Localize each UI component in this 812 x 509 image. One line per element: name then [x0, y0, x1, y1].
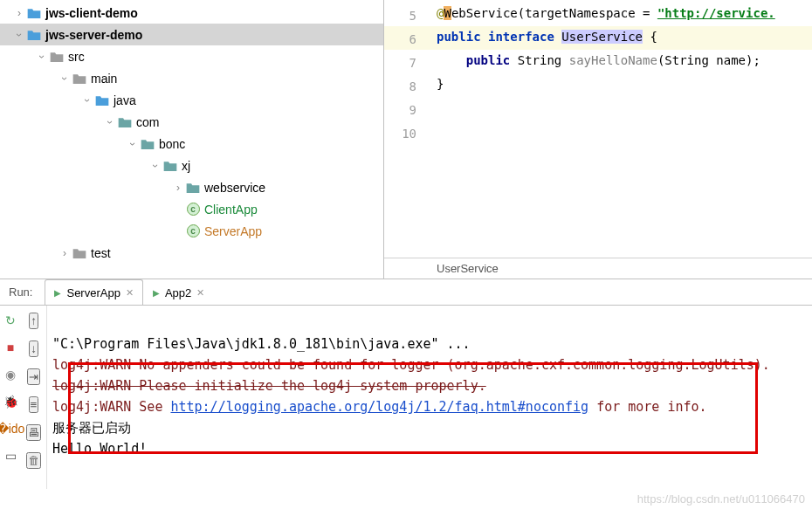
- tree-item-xj[interactable]: › xj: [0, 155, 383, 176]
- chevron-down-icon: ›: [58, 72, 71, 86]
- play-icon: ▶: [54, 288, 61, 298]
- tree-item-bonc[interactable]: › bonc: [0, 133, 383, 155]
- folder-icon: [26, 6, 42, 20]
- annotation-box: [68, 362, 758, 454]
- line-number: 10: [384, 120, 432, 144]
- tree-label: ServerApp: [204, 224, 262, 238]
- code-editor[interactable]: 5@WebService(targetNamespace = "http://s…: [384, 0, 812, 279]
- package-icon: [117, 115, 133, 129]
- play-icon: ▶: [153, 288, 160, 298]
- package-icon: [140, 137, 155, 151]
- tree-label: jws-client-demo: [45, 6, 138, 20]
- run-tab-app2[interactable]: ▶ App2 ✕: [143, 279, 214, 305]
- run-toolbar-right: ↑ ↓ ⇥ ≡ 🖶 🗑: [21, 306, 47, 489]
- debug-button[interactable]: 🐞: [3, 394, 18, 409]
- package-icon: [185, 181, 201, 195]
- tree-label: java: [114, 93, 136, 107]
- chevron-right-icon: ›: [12, 7, 26, 19]
- tree-item-clientapp[interactable]: c ClientApp: [0, 198, 383, 220]
- wrap-button[interactable]: ⇥: [27, 368, 40, 385]
- tree-label: test: [91, 246, 111, 260]
- tree-item-jws-client[interactable]: › jws-client-demo: [0, 2, 383, 24]
- close-icon[interactable]: ✕: [196, 287, 204, 299]
- dump-button[interactable]: ◉: [3, 367, 18, 382]
- tree-item-java[interactable]: › java: [0, 89, 383, 111]
- chevron-down-icon: ›: [13, 28, 25, 42]
- run-tool-header: Run: ▶ ServerApp ✕ ▶ App2 ✕: [0, 279, 812, 306]
- folder-icon: [72, 72, 87, 86]
- folder-icon: [49, 50, 65, 64]
- clear-button[interactable]: 🗑: [26, 452, 41, 469]
- tree-label: com: [136, 115, 159, 129]
- down-button[interactable]: ↓: [29, 340, 38, 357]
- breadcrumb[interactable]: UserService: [384, 258, 812, 279]
- tree-label: src: [68, 50, 85, 64]
- console-line: "C:\Program Files\Java\jdk1.8.0_181\bin\…: [52, 336, 471, 352]
- line-number: 8: [384, 73, 432, 97]
- stop-button[interactable]: ■: [3, 340, 18, 355]
- tree-item-com[interactable]: › com: [0, 111, 383, 133]
- chevron-right-icon: ›: [58, 247, 72, 259]
- tree-item-serverapp[interactable]: c ServerApp: [0, 220, 383, 242]
- package-icon: [162, 159, 178, 173]
- class-icon: c: [185, 224, 201, 238]
- run-toolbar-left: ↻ ■ ◉ 🐞 �ido ▭: [0, 306, 21, 489]
- chevron-down-icon: ›: [149, 159, 162, 173]
- tree-label: ClientApp: [204, 203, 258, 217]
- class-icon: c: [185, 203, 201, 217]
- exit-button[interactable]: �ido: [3, 421, 18, 437]
- line-number: 6: [384, 26, 432, 50]
- chevron-down-icon: ›: [36, 50, 48, 64]
- tree-label: bonc: [159, 137, 185, 151]
- tree-item-webservice[interactable]: › webservice: [0, 176, 383, 198]
- tree-label: webservice: [204, 181, 265, 195]
- folder-icon: [72, 246, 87, 260]
- folder-icon: [94, 93, 110, 107]
- chevron-down-icon: ›: [127, 137, 139, 151]
- project-tree[interactable]: › jws-client-demo › jws-server-demo › sr…: [0, 0, 384, 279]
- up-button[interactable]: ↑: [29, 313, 38, 329]
- chevron-down-icon: ›: [81, 93, 93, 107]
- layout-button[interactable]: ▭: [3, 448, 18, 464]
- rerun-button[interactable]: ↻: [3, 313, 18, 328]
- close-icon[interactable]: ✕: [126, 287, 134, 299]
- tree-item-jws-server[interactable]: › jws-server-demo: [0, 24, 383, 45]
- scroll-button[interactable]: ≡: [29, 396, 39, 413]
- print-button[interactable]: 🖶: [26, 424, 41, 441]
- line-number: 7: [384, 50, 432, 73]
- line-number: 5: [384, 3, 432, 26]
- folder-icon: [26, 28, 42, 42]
- chevron-right-icon: ›: [171, 182, 185, 194]
- watermark: https://blog.csdn.net/u011066470: [637, 492, 805, 506]
- line-number: 9: [384, 97, 432, 120]
- tree-item-test[interactable]: › test: [0, 242, 383, 264]
- tree-label: main: [91, 72, 117, 86]
- run-label: Run:: [0, 285, 45, 299]
- chevron-down-icon: ›: [104, 115, 116, 129]
- tree-label: jws-server-demo: [45, 28, 142, 42]
- run-tab-serverapp[interactable]: ▶ ServerApp ✕: [45, 279, 142, 305]
- tree-item-main[interactable]: › main: [0, 67, 383, 89]
- tree-label: xj: [182, 159, 190, 173]
- tree-item-src[interactable]: › src: [0, 45, 383, 67]
